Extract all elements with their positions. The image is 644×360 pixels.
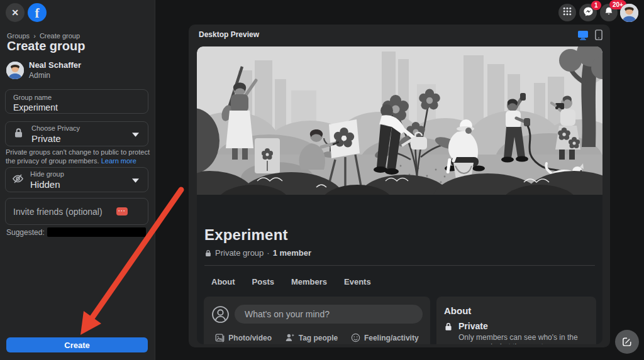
photo-video-label: Photo/video	[228, 334, 272, 342]
device-toggle	[577, 30, 602, 40]
facebook-f-icon: f	[35, 6, 40, 21]
group-name-field[interactable]: Group name Experiment	[5, 89, 148, 114]
tab-events[interactable]: Events	[344, 273, 371, 291]
composer-actions: Photo/video Tag people	[209, 330, 425, 344]
post-composer: What's on your mind? Photo/video	[204, 297, 430, 344]
pencil-square-icon	[621, 336, 633, 347]
redaction-chip-icon: ···	[116, 207, 128, 215]
smiley-icon	[351, 333, 360, 342]
invite-friends-input[interactable]	[13, 207, 108, 217]
preview-header-label: Desktop Preview	[199, 30, 259, 39]
about-privacy-desc: Only members can see who's in the group …	[458, 333, 578, 344]
messenger-badge: 1	[591, 1, 601, 10]
about-privacy-row: Private Only members can see who's in th…	[444, 321, 578, 344]
tag-people-label: Tag people	[299, 334, 338, 342]
close-icon: ✕	[11, 8, 19, 18]
admin-user-row: Neal Schaffer Admin	[6, 60, 81, 80]
admin-avatar	[6, 62, 24, 79]
create-button[interactable]: Create	[6, 337, 148, 352]
group-title: Experiment	[204, 226, 288, 244]
apps-menu-button[interactable]	[558, 4, 576, 21]
group-page-preview: Experiment Private group · 1 member Abou…	[197, 46, 602, 344]
desktop-preview-panel: Desktop Preview	[189, 25, 610, 347]
desktop-view-button[interactable]	[577, 30, 589, 40]
tag-people-button[interactable]: Tag people	[284, 330, 339, 344]
redacted-suggestion	[47, 227, 147, 237]
divider	[204, 265, 595, 266]
about-card-title: About	[444, 305, 471, 316]
close-button[interactable]: ✕	[6, 3, 25, 22]
create-group-screen: ✕ f Groups › Create group Create group N…	[0, 0, 644, 360]
group-cover	[197, 46, 602, 195]
about-card: About Private Only members can see who's…	[436, 297, 596, 344]
page-title: Create group	[7, 39, 85, 53]
edit-button[interactable]	[615, 330, 639, 354]
grid-icon	[562, 6, 572, 19]
lock-icon	[13, 128, 24, 141]
feeling-activity-label: Feeling/activity	[364, 334, 419, 342]
facebook-logo[interactable]: f	[28, 3, 47, 22]
suggested-row: Suggested: ..	[6, 227, 151, 237]
chevron-down-icon	[132, 174, 139, 185]
profile-avatar-image	[620, 4, 638, 22]
tab-members[interactable]: Members	[291, 273, 327, 291]
hide-group-label: Hide group	[30, 170, 64, 178]
learn-more-link[interactable]: Learn more	[101, 157, 136, 165]
suggested-more: ..	[147, 229, 151, 236]
lock-icon	[204, 249, 212, 257]
meta-separator: ·	[267, 248, 269, 258]
avatar-image	[6, 62, 24, 79]
create-group-sidebar: ✕ f Groups › Create group Create group N…	[0, 0, 155, 360]
hide-group-dropdown[interactable]: Hide group Hidden	[5, 167, 148, 192]
privacy-dropdown[interactable]: Choose Privacy Private	[5, 121, 148, 146]
group-privacy-text: Private group	[215, 248, 264, 258]
phone-icon	[595, 30, 602, 40]
suggested-label: Suggested:	[6, 228, 45, 237]
eye-slash-icon	[12, 173, 24, 187]
privacy-helper-text: Private groups can't change to public to…	[6, 148, 150, 165]
group-member-count: 1 member	[273, 248, 311, 258]
invite-friends-field[interactable]: ···	[5, 198, 148, 225]
tag-person-icon	[285, 333, 295, 342]
chevron-down-icon	[132, 128, 139, 139]
tab-posts[interactable]: Posts	[252, 273, 274, 291]
group-name-value[interactable]: Experiment	[13, 102, 140, 112]
photo-video-button[interactable]: Photo/video	[214, 330, 273, 344]
photo-icon	[215, 333, 225, 342]
tab-about[interactable]: About	[211, 273, 235, 291]
composer-input[interactable]: What's on your mind?	[235, 305, 423, 324]
monitor-icon	[577, 30, 589, 40]
privacy-label: Choose Privacy	[31, 124, 80, 132]
group-tabs: About Posts Members Events	[211, 273, 371, 291]
privacy-value: Private	[31, 133, 80, 144]
person-circle-icon	[211, 305, 230, 324]
mobile-view-button[interactable]	[595, 30, 602, 40]
group-meta: Private group · 1 member	[204, 248, 311, 258]
feeling-activity-button[interactable]: Feeling/activity	[350, 330, 420, 344]
lock-icon	[444, 322, 453, 344]
profile-avatar-button[interactable]	[620, 4, 638, 22]
group-name-label: Group name	[13, 94, 140, 101]
hide-group-value: Hidden	[30, 179, 64, 190]
admin-name: Neal Schaffer	[29, 60, 81, 70]
about-privacy-title: Private	[458, 321, 578, 331]
admin-role: Admin	[29, 71, 81, 80]
group-cover-illustration	[197, 46, 602, 195]
